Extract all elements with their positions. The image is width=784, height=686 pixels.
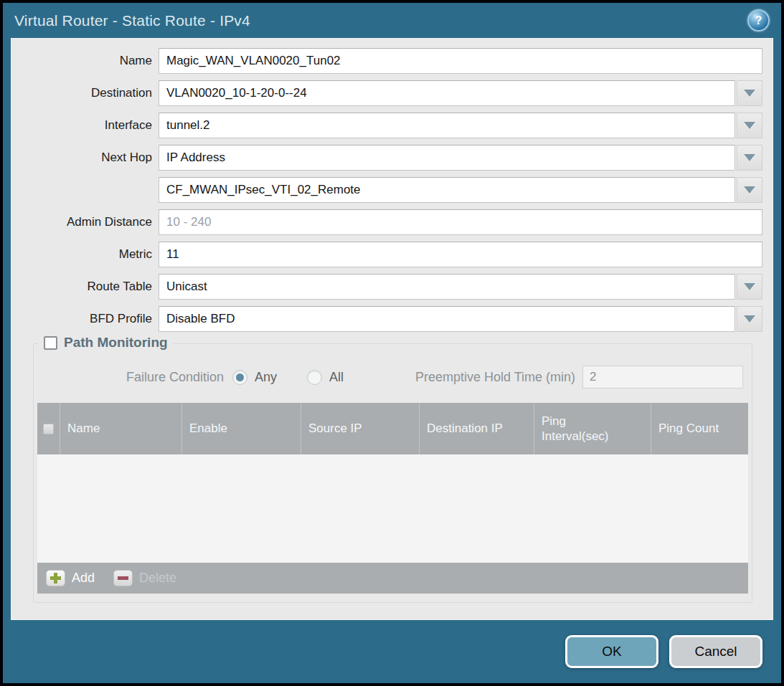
path-monitoring-checkbox[interactable] bbox=[44, 336, 57, 350]
table-header-checkbox-cell bbox=[37, 403, 60, 454]
form-row-route-table: Route Table bbox=[11, 274, 762, 300]
failure-condition-all-radio[interactable] bbox=[307, 370, 322, 385]
next-hop-type-dropdown-button[interactable] bbox=[737, 145, 762, 171]
admin-distance-label: Admin Distance bbox=[11, 215, 159, 229]
column-header-ping-interval[interactable]: Ping Interval(sec) bbox=[534, 403, 651, 454]
select-all-checkbox[interactable] bbox=[43, 424, 54, 434]
destination-input[interactable] bbox=[159, 80, 735, 106]
form-row-next-hop-address bbox=[11, 177, 762, 203]
failure-condition-label: Failure Condition bbox=[34, 370, 232, 385]
chevron-down-icon bbox=[744, 154, 755, 161]
next-hop-type-input[interactable] bbox=[159, 145, 735, 171]
static-route-dialog: Virtual Router - Static Route - IPv4 ? N… bbox=[3, 3, 781, 683]
add-plus-icon bbox=[46, 570, 65, 586]
delete-button[interactable]: Delete bbox=[113, 570, 176, 586]
add-button-label: Add bbox=[72, 571, 95, 586]
dialog-footer: OK Cancel bbox=[3, 620, 781, 683]
metric-input[interactable] bbox=[159, 242, 762, 267]
admin-distance-input[interactable] bbox=[159, 209, 762, 235]
dialog-title: Virtual Router - Static Route - IPv4 bbox=[14, 12, 250, 29]
failure-condition-any-radio[interactable] bbox=[232, 370, 247, 385]
form-row-next-hop: Next Hop bbox=[11, 145, 762, 171]
table-header-row: Name Enable Source IP Destination IP Pin… bbox=[37, 403, 748, 454]
route-table-input[interactable] bbox=[159, 274, 735, 300]
route-table-label: Route Table bbox=[11, 280, 159, 294]
delete-minus-icon bbox=[113, 570, 133, 586]
preemptive-hold-time-input[interactable] bbox=[582, 366, 743, 389]
metric-label: Metric bbox=[11, 247, 159, 262]
failure-condition-all-label: All bbox=[329, 370, 344, 385]
chevron-down-icon bbox=[744, 315, 755, 323]
column-header-destination-ip[interactable]: Destination IP bbox=[420, 403, 534, 454]
cancel-button[interactable]: Cancel bbox=[669, 635, 762, 668]
table-body-empty bbox=[37, 454, 748, 563]
path-monitoring-title: Path Monitoring bbox=[64, 335, 168, 351]
interface-input[interactable] bbox=[159, 113, 735, 138]
failure-condition-row: Failure Condition Any All Preemptive Hol… bbox=[34, 366, 752, 389]
failure-condition-any-label: Any bbox=[255, 370, 277, 385]
chevron-down-icon bbox=[744, 90, 755, 97]
dialog-content: Name Destination Interface bbox=[11, 38, 773, 620]
form-row-metric: Metric bbox=[11, 242, 762, 267]
table-toolbar: Add Delete bbox=[37, 563, 748, 594]
form-row-name: Name bbox=[11, 48, 762, 74]
preemptive-hold-time-label: Preemptive Hold Time (min) bbox=[415, 370, 582, 385]
name-input[interactable] bbox=[159, 48, 762, 74]
interface-dropdown-button[interactable] bbox=[737, 113, 762, 138]
route-table-dropdown-button[interactable] bbox=[737, 274, 762, 300]
add-button[interactable]: Add bbox=[46, 570, 95, 586]
dialog-titlebar: Virtual Router - Static Route - IPv4 ? bbox=[3, 3, 781, 38]
bfd-profile-input[interactable] bbox=[159, 306, 735, 332]
column-header-enable[interactable]: Enable bbox=[182, 403, 301, 454]
chevron-down-icon bbox=[744, 283, 755, 290]
path-monitoring-table: Name Enable Source IP Destination IP Pin… bbox=[37, 403, 748, 594]
bfd-profile-dropdown-button[interactable] bbox=[737, 306, 762, 332]
name-label: Name bbox=[11, 54, 159, 68]
path-monitoring-legend: Path Monitoring bbox=[38, 335, 174, 351]
chevron-down-icon bbox=[744, 186, 755, 194]
bfd-profile-label: BFD Profile bbox=[11, 312, 159, 326]
path-monitoring-group: Path Monitoring Failure Condition Any Al… bbox=[33, 343, 752, 603]
chevron-down-icon bbox=[744, 122, 755, 129]
delete-button-label: Delete bbox=[139, 571, 176, 586]
interface-label: Interface bbox=[11, 118, 159, 133]
ok-button[interactable]: OK bbox=[565, 635, 658, 668]
next-hop-label: Next Hop bbox=[11, 151, 159, 165]
destination-label: Destination bbox=[11, 86, 159, 100]
column-header-name[interactable]: Name bbox=[60, 403, 182, 454]
form-row-admin-distance: Admin Distance bbox=[11, 209, 762, 235]
form-row-destination: Destination bbox=[11, 80, 762, 106]
column-header-source-ip[interactable]: Source IP bbox=[301, 403, 420, 454]
next-hop-address-dropdown-button[interactable] bbox=[737, 177, 762, 203]
form-row-interface: Interface bbox=[11, 113, 762, 138]
help-icon[interactable]: ? bbox=[747, 9, 770, 32]
column-header-ping-count[interactable]: Ping Count bbox=[651, 403, 748, 454]
destination-dropdown-button[interactable] bbox=[737, 80, 762, 106]
form-row-bfd-profile: BFD Profile bbox=[11, 306, 762, 332]
next-hop-address-input[interactable] bbox=[159, 177, 735, 203]
